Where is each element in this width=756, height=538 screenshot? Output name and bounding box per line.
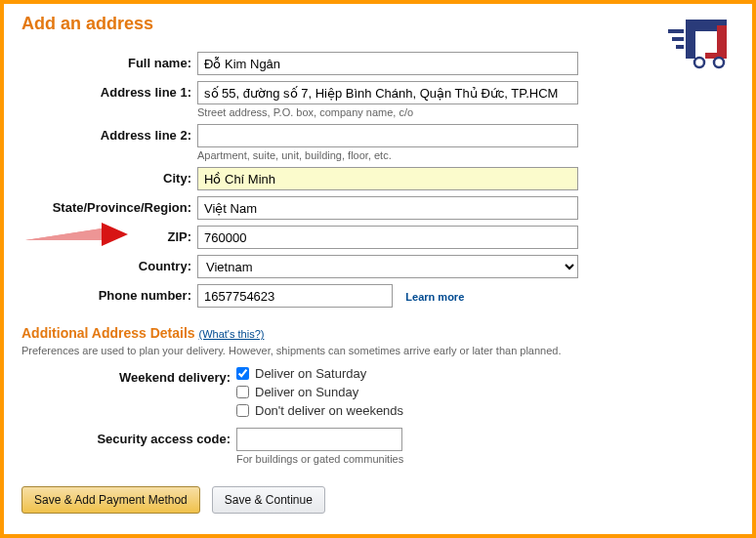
additional-header: Additional Address Details <box>21 325 195 341</box>
prefs-note: Preferences are used to plan your delive… <box>21 345 627 356</box>
svg-rect-0 <box>668 29 684 33</box>
hint-addr2: Apartment, suite, unit, building, floor,… <box>197 149 588 161</box>
hint-addr1: Street address, P.O. box, company name, … <box>197 106 588 118</box>
weekend-checkbox-1[interactable] <box>236 386 249 398</box>
svg-rect-2 <box>676 45 684 49</box>
label-addr1: Address line 1: <box>21 81 197 100</box>
weekend-label-2: Don't deliver on weekends <box>255 403 403 418</box>
page-title: Add an address <box>21 14 735 34</box>
save-add-payment-button[interactable]: Save & Add Payment Method <box>21 486 200 514</box>
label-fullname: Full name: <box>21 52 197 70</box>
weekend-option-2[interactable]: Don't deliver on weekends <box>236 403 403 418</box>
input-fullname[interactable] <box>197 52 578 75</box>
link-whats-this[interactable]: (What's this?) <box>199 328 265 340</box>
input-city[interactable] <box>197 167 578 190</box>
label-phone: Phone number: <box>21 284 197 303</box>
weekend-checkbox-0[interactable] <box>236 367 249 380</box>
input-security[interactable] <box>236 428 402 451</box>
svg-point-4 <box>714 58 724 67</box>
select-country[interactable]: Vietnam <box>197 255 578 278</box>
input-addr2[interactable] <box>197 124 578 147</box>
input-zip[interactable] <box>197 226 578 249</box>
input-state[interactable] <box>197 196 578 220</box>
link-learn-more[interactable]: Learn more <box>405 291 464 303</box>
weekend-options: Deliver on SaturdayDeliver on SundayDon'… <box>236 366 403 422</box>
svg-rect-1 <box>672 37 684 41</box>
label-weekend: Weekend delivery: <box>21 366 236 385</box>
label-country: Country: <box>21 255 197 273</box>
label-city: City: <box>21 167 197 186</box>
input-phone[interactable] <box>197 284 393 308</box>
weekend-option-1[interactable]: Deliver on Sunday <box>236 385 403 399</box>
label-state: State/Province/Region: <box>21 196 197 215</box>
label-zip: ZIP: <box>21 226 197 244</box>
weekend-checkbox-2[interactable] <box>236 404 249 417</box>
label-addr2: Address line 2: <box>21 124 197 143</box>
logo <box>629 12 736 70</box>
hint-security: For buildings or gated communities <box>236 453 627 465</box>
weekend-label-0: Deliver on Saturday <box>255 366 366 381</box>
weekend-option-0[interactable]: Deliver on Saturday <box>236 366 403 381</box>
input-addr1[interactable] <box>197 81 578 104</box>
label-security: Security access code: <box>21 428 236 446</box>
svg-point-3 <box>694 58 704 67</box>
weekend-label-1: Deliver on Sunday <box>255 385 358 399</box>
save-continue-button[interactable]: Save & Continue <box>212 486 325 514</box>
